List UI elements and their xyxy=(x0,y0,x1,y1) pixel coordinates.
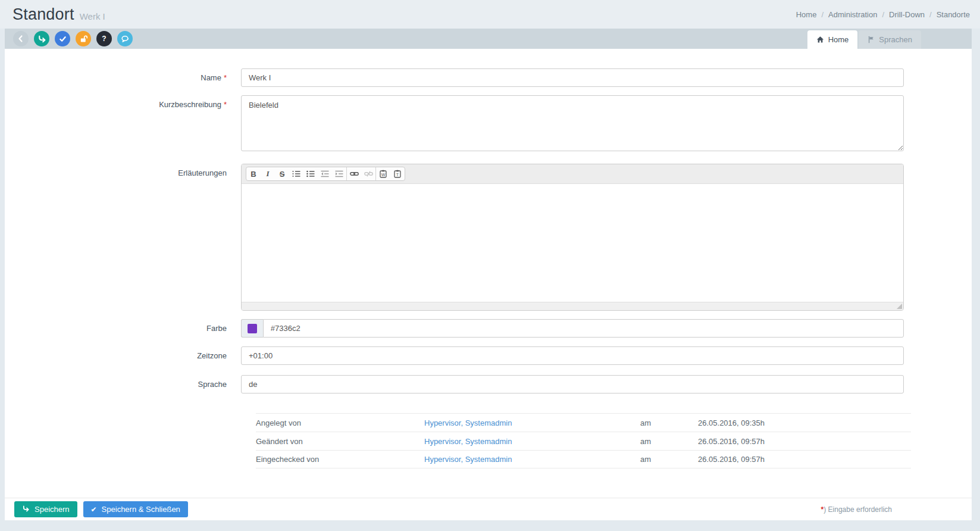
page-title: Standort xyxy=(12,5,74,24)
save-button[interactable]: Speichern xyxy=(14,501,77,517)
paste-word-button[interactable]: W xyxy=(376,167,390,180)
color-swatch[interactable] xyxy=(248,324,257,333)
back-button[interactable] xyxy=(13,31,29,46)
save-arrow-icon xyxy=(37,35,46,43)
save-button-label: Speichern xyxy=(35,505,70,514)
italic-button[interactable]: I xyxy=(261,167,275,180)
tab-sprachen[interactable]: Sprachen xyxy=(859,30,921,49)
footer-bar: Speichern ✔ Speichern & Schließen *) Ein… xyxy=(5,498,972,520)
breadcrumb-home[interactable]: Home xyxy=(796,10,817,19)
check-icon xyxy=(59,35,67,43)
main-panel: Name* Kurzbeschreibung* Bielefeld Erläut… xyxy=(5,49,972,520)
form-row-farbe: Farbe xyxy=(5,319,972,338)
audit-timestamp: 26.05.2016, 09:35h xyxy=(698,418,911,427)
save-button-top[interactable] xyxy=(34,31,49,46)
color-swatch-addon[interactable] xyxy=(241,319,263,338)
richtext-toolbar: B I S xyxy=(242,164,903,184)
comments-icon xyxy=(121,35,130,43)
editor-statusbar xyxy=(242,302,903,310)
svg-text:T: T xyxy=(396,173,399,177)
breadcrumb-standorte[interactable]: Standorte xyxy=(937,10,970,19)
table-row-angelegt: Angelegt von Hypervisor, Systemadmin am … xyxy=(256,413,911,432)
paste-text-button[interactable]: T xyxy=(390,167,405,180)
indent-button[interactable] xyxy=(332,167,346,180)
standort-form: Name* Kurzbeschreibung* Bielefeld Erläut… xyxy=(5,49,972,498)
kurzbeschreibung-label: Kurzbeschreibung* xyxy=(5,95,241,153)
outdent-icon xyxy=(321,170,329,177)
form-row-sprache: Sprache xyxy=(5,375,972,393)
save-and-close-button[interactable]: ✔ Speichern & Schließen xyxy=(83,501,188,517)
toolbar-buttons: ? xyxy=(5,29,133,49)
breadcrumb-separator: / xyxy=(877,10,889,19)
table-row-eingecheckt: Eingechecked von Hypervisor, Systemadmin… xyxy=(256,450,911,468)
sprache-input[interactable] xyxy=(241,375,904,393)
required-asterisk: * xyxy=(224,100,227,109)
audit-timestamp: 26.05.2016, 09:57h xyxy=(698,455,911,464)
save-arrow-icon xyxy=(22,505,30,514)
home-icon xyxy=(816,36,824,43)
paste-text-icon: T xyxy=(394,170,401,178)
audit-preposition: am xyxy=(640,437,698,446)
table-row-geaendert: Geändert von Hypervisor, Systemadmin am … xyxy=(256,432,911,450)
richtext-editor: B I S xyxy=(241,164,904,311)
kurzbeschreibung-textarea[interactable]: Bielefeld xyxy=(241,95,904,151)
zeitzone-input[interactable] xyxy=(241,346,904,365)
unlink-button[interactable] xyxy=(361,167,375,180)
link-icon xyxy=(350,171,359,177)
form-row-erlaeuterungen: Erläuterungen B I S xyxy=(5,164,972,311)
tab-home[interactable]: Home xyxy=(807,30,858,49)
toolbar-strip: ? Home Sprachen xyxy=(5,29,972,49)
help-button[interactable]: ? xyxy=(96,31,112,46)
erlaeuterungen-editor-content[interactable] xyxy=(242,184,903,302)
name-input[interactable] xyxy=(241,68,904,87)
strikethrough-button[interactable]: S xyxy=(275,167,289,180)
svg-text:W: W xyxy=(381,173,386,177)
audit-label: Eingechecked von xyxy=(256,455,424,464)
unlock-icon xyxy=(79,35,88,43)
farbe-label: Farbe xyxy=(5,319,241,338)
bold-button[interactable]: B xyxy=(246,167,261,180)
form-row-kurzbeschreibung: Kurzbeschreibung* Bielefeld xyxy=(5,95,972,153)
required-note: *) Eingabe erforderlich xyxy=(821,505,892,514)
tab-sprachen-label: Sprachen xyxy=(879,35,912,44)
audit-preposition: am xyxy=(640,455,698,464)
resize-grip-icon[interactable] xyxy=(897,304,902,309)
form-row-name: Name* xyxy=(5,68,972,87)
paste-word-icon: W xyxy=(380,170,387,178)
audit-label: Angelegt von xyxy=(256,418,424,427)
required-asterisk: * xyxy=(224,73,227,82)
help-icon: ? xyxy=(102,35,106,43)
audit-user-link[interactable]: Hypervisor, Systemadmin xyxy=(424,437,640,446)
audit-table: Angelegt von Hypervisor, Systemadmin am … xyxy=(256,413,911,468)
page-header: Standort Werk I Home / Administration / … xyxy=(0,0,980,29)
ordered-list-button[interactable] xyxy=(289,167,303,180)
erlaeuterungen-label: Erläuterungen xyxy=(5,164,241,311)
confirm-button[interactable] xyxy=(55,31,70,46)
audit-preposition: am xyxy=(640,418,698,427)
outdent-button[interactable] xyxy=(318,167,332,180)
title-wrap: Standort Werk I xyxy=(12,5,105,24)
breadcrumb-separator: / xyxy=(816,10,828,19)
lock-button[interactable] xyxy=(76,31,91,46)
audit-user-link[interactable]: Hypervisor, Systemadmin xyxy=(424,455,640,464)
ordered-list-icon xyxy=(292,170,300,177)
audit-user-link[interactable]: Hypervisor, Systemadmin xyxy=(424,418,640,427)
link-button[interactable] xyxy=(347,167,361,180)
unordered-list-icon xyxy=(306,170,315,177)
zeitzone-label: Zeitzone xyxy=(5,346,241,365)
farbe-input[interactable] xyxy=(263,319,904,338)
save-and-close-label: Speichern & Schließen xyxy=(102,505,180,514)
unordered-list-button[interactable] xyxy=(303,167,318,180)
breadcrumb-drill-down[interactable]: Drill-Down xyxy=(889,10,925,19)
breadcrumb-separator: / xyxy=(925,10,937,19)
unlink-icon xyxy=(364,171,373,177)
comments-button[interactable] xyxy=(117,31,133,46)
check-icon: ✔ xyxy=(91,505,97,514)
back-icon xyxy=(17,35,25,43)
breadcrumb-administration[interactable]: Administration xyxy=(828,10,877,19)
tab-home-label: Home xyxy=(828,35,849,44)
form-row-zeitzone: Zeitzone xyxy=(5,346,972,365)
name-label: Name* xyxy=(5,68,241,87)
sprache-label: Sprache xyxy=(5,375,241,393)
breadcrumb: Home / Administration / Drill-Down / Sta… xyxy=(796,10,970,19)
